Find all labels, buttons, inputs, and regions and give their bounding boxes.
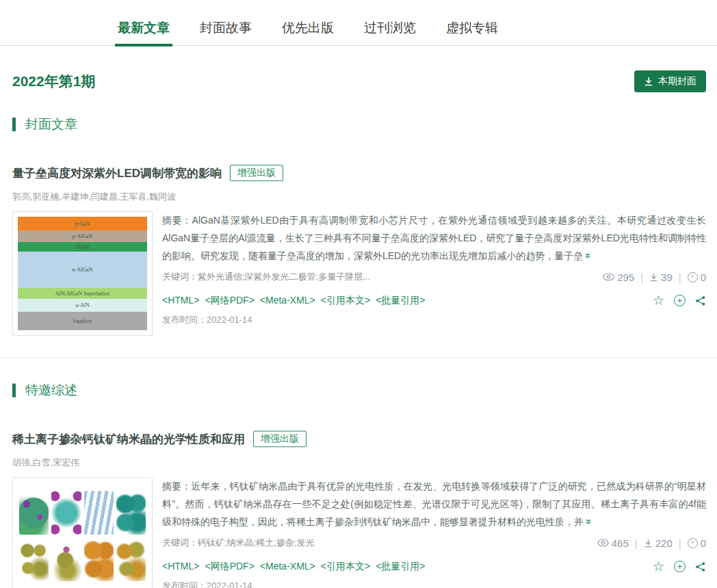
tab-latest-articles[interactable]: 最新文章: [118, 15, 170, 45]
crystal-structure-image: [19, 537, 49, 581]
citation-icon: ”: [688, 538, 698, 548]
download-icon: [644, 539, 653, 548]
html-link[interactable]: <HTML>: [162, 295, 199, 307]
views-stat: 295: [603, 271, 634, 283]
views-count: 295: [617, 271, 634, 283]
stat-separator: |: [679, 271, 681, 283]
stat-separator: |: [640, 271, 643, 283]
publish-date-label: 发布时间：: [162, 580, 207, 588]
cite-article-link[interactable]: <引用本文>: [321, 561, 370, 573]
issue-cover-button-label: 本期封面: [658, 75, 696, 88]
publish-date-value: 2022-01-14: [207, 315, 252, 325]
issue-cover-button[interactable]: 本期封面: [634, 70, 706, 92]
section-heading-invited-review: 特邀综述: [12, 382, 717, 399]
article-body: 摘要：近年来，钙钛矿纳米晶由于具有优异的光电性质，在发光、光电转换等领域获得了广…: [12, 477, 706, 588]
crystal-structure-image: [84, 537, 114, 581]
keywords-label: 关键词：: [162, 271, 198, 282]
article-stats: 295 | 39 | ” 0: [603, 271, 706, 283]
publish-date-row: 发布时间：2022-01-14: [162, 580, 706, 588]
section-divider: [0, 358, 717, 358]
favorite-star-icon[interactable]: ☆: [653, 294, 664, 307]
expand-abstract-icon[interactable]: »: [580, 519, 598, 524]
led-layer: p-GaN: [18, 217, 147, 230]
citation-icon: ”: [688, 272, 698, 282]
article-thumbnail-led-stack[interactable]: p-GaN p-AlGaN MQW n-AlGaN AlN/AlGaN Supe…: [12, 211, 153, 336]
crystal-structure-image: [19, 491, 49, 535]
tab-online-first[interactable]: 优先出版: [282, 15, 334, 45]
html-link[interactable]: <HTML>: [162, 561, 199, 573]
publish-date-row: 发布时间：2022-01-14: [162, 314, 706, 326]
article-title-link[interactable]: 稀土离子掺杂钙钛矿纳米晶的光学性质和应用: [12, 431, 245, 447]
article-authors: 胡强,白雪,宋宏伟: [12, 457, 706, 469]
tab-virtual-special[interactable]: 虚拟专辑: [446, 15, 498, 45]
keywords-row: 关键词：紫外光通信;深紫外发光二极管;多量子阱层... 295 | 39 |: [162, 271, 706, 283]
led-layer: Sapphire: [18, 312, 147, 330]
abstract-text: 近年来，钙钛矿纳米晶由于具有优异的光电性质，在发光、光电转换等领域获得了广泛的研…: [162, 481, 706, 527]
led-layer: MQW: [18, 242, 147, 252]
favorite-star-icon[interactable]: ☆: [653, 560, 664, 573]
share-icon[interactable]: [695, 561, 706, 572]
section-heading-cover-article: 封面文章: [12, 116, 717, 133]
enhanced-publication-badge: 增强出版: [253, 431, 307, 447]
abstract-label: 摘要：: [162, 481, 191, 492]
article-title-row: 量子垒高度对深紫外LED调制带宽的影响 增强出版: [12, 165, 706, 181]
abstract-text: AlGaN基深紫外LED由于具有高调制带宽和小芯片尺寸，在紫外光通信领域受到越来…: [162, 215, 706, 261]
article-title-link[interactable]: 量子垒高度对深紫外LED调制带宽的影响: [12, 165, 222, 181]
add-to-collection-icon[interactable]: +: [674, 295, 686, 306]
abstract-label: 摘要：: [162, 215, 192, 226]
download-icon: [644, 77, 653, 86]
citations-count: 0: [701, 537, 706, 549]
links-row: <HTML> <网络PDF> <Meta-XML> <引用本文> <批量引用> …: [162, 294, 706, 307]
crystal-structure-image: [51, 537, 81, 581]
meta-xml-link[interactable]: <Meta-XML>: [260, 295, 315, 307]
crystal-structure-image: [84, 491, 114, 535]
article-action-icons: ☆ +: [653, 560, 706, 573]
stat-separator: |: [635, 537, 638, 549]
crystal-structure-image: [116, 537, 146, 581]
crystal-structure-image: [51, 491, 81, 535]
share-icon[interactable]: [695, 295, 706, 306]
article-item: 量子垒高度对深紫外LED调制带宽的影响 增强出版 郭亮,郭亚楠,羊建坤,闫建昌,…: [0, 165, 717, 336]
article-stats: 465 | 220 | ” 0: [597, 537, 706, 549]
citations-count: 0: [701, 271, 706, 283]
section-accent-bar: [12, 384, 16, 397]
expand-abstract-icon[interactable]: »: [579, 253, 597, 258]
eye-icon: [603, 273, 614, 281]
views-stat: 465: [597, 537, 629, 549]
led-layer: u-AlN: [18, 299, 147, 312]
article-action-icons: ☆ +: [653, 294, 706, 307]
publish-date-label: 发布时间：: [162, 315, 207, 325]
journal-issue-page: 最新文章 封面故事 优先出版 过刊浏览 虚拟专辑 2022年第1期 本期封面 封…: [0, 0, 717, 588]
eye-icon: [597, 539, 609, 547]
led-layer: n-AlGaN: [18, 252, 147, 288]
keywords-row: 关键词：钙钛矿;纳米晶;稀土;掺杂;发光 465 | 220 |: [162, 537, 706, 549]
batch-cite-link[interactable]: <批量引用>: [376, 561, 425, 573]
issue-header: 2022年第1期 本期封面: [0, 70, 717, 92]
article-abstract: 摘要：近年来，钙钛矿纳米晶由于具有优异的光电性质，在发光、光电转换等领域获得了广…: [162, 477, 706, 531]
keywords-text: 钙钛矿;纳米晶;稀土;掺杂;发光: [198, 537, 314, 548]
views-count: 465: [612, 537, 629, 549]
pdf-link[interactable]: <网络PDF>: [205, 295, 254, 307]
document-links: <HTML> <网络PDF> <Meta-XML> <引用本文> <批量引用>: [162, 561, 425, 573]
keywords-text: 紫外光通信;深紫外发光二极管;多量子阱层...: [198, 271, 370, 282]
links-row: <HTML> <网络PDF> <Meta-XML> <引用本文> <批量引用> …: [162, 560, 706, 573]
crystal-structure-image: [116, 491, 146, 535]
cite-article-link[interactable]: <引用本文>: [321, 295, 370, 307]
article-keywords: 关键词：紫外光通信;深紫外发光二极管;多量子阱层...: [162, 271, 370, 283]
batch-cite-link[interactable]: <批量引用>: [376, 295, 425, 307]
issue-tabbar: 最新文章 封面故事 优先出版 过刊浏览 虚拟专辑: [0, 0, 717, 46]
section-accent-bar: [12, 118, 16, 131]
add-to-collection-icon[interactable]: +: [674, 561, 686, 572]
article-keywords: 关键词：钙钛矿;纳米晶;稀土;掺杂;发光: [162, 537, 314, 549]
meta-xml-link[interactable]: <Meta-XML>: [260, 561, 315, 573]
keywords-label: 关键词：: [162, 537, 198, 548]
issue-title: 2022年第1期: [12, 72, 95, 91]
downloads-count: 220: [655, 537, 673, 549]
article-item: 稀土离子掺杂钙钛矿纳米晶的光学性质和应用 增强出版 胡强,白雪,宋宏伟: [0, 431, 717, 588]
crystal-structure-grid: [18, 483, 147, 588]
article-thumbnail-crystal-structures[interactable]: [12, 477, 153, 588]
downloads-stat: 39: [649, 271, 673, 283]
pdf-link[interactable]: <网络PDF>: [205, 561, 254, 573]
tab-archive[interactable]: 过刊浏览: [364, 15, 416, 45]
tab-cover-story[interactable]: 封面故事: [200, 15, 252, 45]
